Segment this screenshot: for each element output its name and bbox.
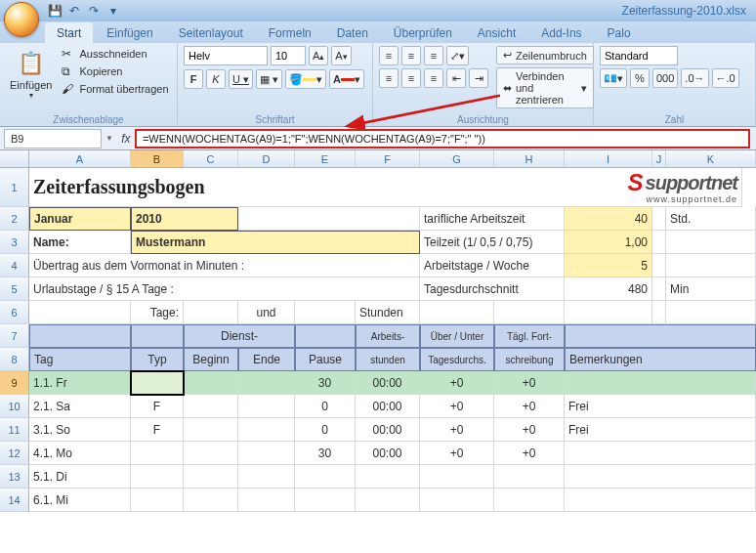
merge-center-button[interactable]: ⬌Verbinden und zentrieren ▾ — [496, 67, 594, 108]
tab-start[interactable]: Start — [45, 22, 93, 43]
cell-f11[interactable]: 00:00 — [356, 418, 420, 442]
row-header-1[interactable]: 1 — [0, 168, 29, 207]
select-all-button[interactable] — [0, 150, 29, 167]
name-value[interactable]: Mustermann — [131, 231, 420, 254]
cell-h14[interactable] — [494, 489, 565, 512]
currency-button[interactable]: 💶▾ — [600, 68, 627, 88]
decrease-font-button[interactable]: A▾ — [331, 46, 351, 65]
align-top-button[interactable]: ≡ — [379, 46, 399, 65]
cell-e12[interactable]: 30 — [295, 442, 356, 465]
col-header-i[interactable]: I — [565, 150, 652, 167]
cell-a13[interactable]: 5.1. Di — [29, 465, 131, 489]
cell-d13[interactable] — [238, 465, 295, 489]
cell-h12[interactable]: +0 — [494, 442, 565, 465]
underline-button[interactable]: U ▾ — [229, 69, 253, 89]
cell-c13[interactable] — [184, 465, 238, 489]
col-header-g[interactable]: G — [420, 150, 494, 167]
cell-g12[interactable]: +0 — [420, 442, 494, 465]
fx-icon[interactable]: fx — [117, 129, 135, 149]
cell-e11[interactable]: 0 — [295, 418, 356, 442]
row-header-11[interactable]: 11 — [0, 418, 29, 442]
col-header-b[interactable]: B — [131, 150, 184, 167]
cell-b14[interactable] — [131, 489, 184, 512]
year-cell[interactable]: 2010 — [131, 207, 238, 231]
tab-ueberpruefen[interactable]: Überprüfen — [382, 22, 464, 43]
bold-button[interactable]: F — [184, 69, 203, 89]
cell-e10[interactable]: 0 — [295, 395, 356, 418]
office-button[interactable] — [4, 2, 39, 37]
align-right-button[interactable]: ≡ — [424, 68, 443, 88]
fill-color-button[interactable]: 🪣▾ — [285, 69, 326, 89]
copy-button[interactable]: ⧉Kopieren — [60, 64, 170, 79]
tab-ansicht[interactable]: Ansicht — [466, 22, 527, 43]
cell-a12[interactable]: 4.1. Mo — [29, 442, 131, 465]
cell-c10[interactable] — [184, 395, 238, 418]
tab-daten[interactable]: Daten — [325, 22, 380, 43]
row-header-9[interactable]: 9 — [0, 371, 29, 395]
row-header-13[interactable]: 13 — [0, 465, 29, 489]
cell-g11[interactable]: +0 — [420, 418, 494, 442]
col-header-a[interactable]: A — [29, 150, 131, 167]
cell-c9[interactable] — [184, 371, 238, 395]
tab-formeln[interactable]: Formeln — [257, 22, 323, 43]
cell-b13[interactable] — [131, 465, 184, 489]
italic-button[interactable]: K — [206, 69, 226, 89]
comma-button[interactable]: 000 — [652, 68, 678, 88]
cell-c11[interactable] — [184, 418, 238, 442]
col-header-e[interactable]: E — [295, 150, 356, 167]
cell-e14[interactable] — [295, 489, 356, 512]
row-header-2[interactable]: 2 — [0, 207, 29, 231]
cell-d10[interactable] — [238, 395, 295, 418]
cell-i11[interactable]: Frei — [565, 418, 756, 442]
row-header-5[interactable]: 5 — [0, 277, 29, 301]
cell-h9[interactable]: +0 — [494, 371, 565, 395]
cell-g13[interactable] — [420, 465, 494, 489]
formula-input[interactable] — [135, 129, 750, 149]
row-header-10[interactable]: 10 — [0, 395, 29, 418]
name-box[interactable]: B9 — [4, 129, 102, 149]
row-header-14[interactable]: 14 — [0, 489, 29, 512]
cell-e9[interactable]: 30 — [295, 371, 356, 395]
cell-a10[interactable]: 2.1. Sa — [29, 395, 131, 418]
cell-i13[interactable] — [565, 465, 756, 489]
increase-font-button[interactable]: A▴ — [309, 46, 328, 65]
increase-decimal-button[interactable]: .0→ — [681, 68, 708, 88]
cell-a11[interactable]: 3.1. So — [29, 418, 131, 442]
row-header-12[interactable]: 12 — [0, 442, 29, 465]
cell-a9[interactable]: 1.1. Fr — [29, 371, 131, 395]
redo-icon[interactable]: ↷ — [86, 3, 102, 19]
cell-i10[interactable]: Frei — [565, 395, 756, 418]
font-color-button[interactable]: A▾ — [329, 69, 364, 89]
tab-addins[interactable]: Add-Ins — [529, 22, 593, 43]
cell-h10[interactable]: +0 — [494, 395, 565, 418]
orientation-button[interactable]: ⤢▾ — [446, 46, 469, 65]
cell-b10[interactable]: F — [131, 395, 184, 418]
align-center-button[interactable]: ≡ — [401, 68, 421, 88]
cell-c14[interactable] — [184, 489, 238, 512]
cell-i14[interactable] — [565, 489, 756, 512]
cell-d12[interactable] — [238, 442, 295, 465]
tab-einfuegen[interactable]: Einfügen — [95, 22, 164, 43]
row-header-4[interactable]: 4 — [0, 254, 29, 277]
cell-h13[interactable] — [494, 465, 565, 489]
save-icon[interactable]: 💾 — [47, 3, 63, 19]
row-header-7[interactable]: 7 — [0, 324, 29, 348]
col-header-h[interactable]: H — [494, 150, 565, 167]
percent-button[interactable]: % — [630, 68, 650, 88]
paste-button[interactable]: 📋 Einfügen ▾ — [6, 46, 56, 102]
row-header-6[interactable]: 6 — [0, 301, 29, 324]
tab-palo[interactable]: Palo — [596, 22, 643, 43]
align-left-button[interactable]: ≡ — [379, 68, 399, 88]
cell-f13[interactable] — [356, 465, 420, 489]
cell-d11[interactable] — [238, 418, 295, 442]
decrease-decimal-button[interactable]: ←.0 — [712, 68, 739, 88]
col-header-k[interactable]: K — [666, 150, 756, 167]
cell-d9[interactable] — [238, 371, 295, 395]
decrease-indent-button[interactable]: ⇤ — [446, 68, 466, 88]
cell-b9[interactable] — [131, 371, 184, 395]
cell-i12[interactable] — [565, 442, 756, 465]
tab-seitenlayout[interactable]: Seitenlayout — [167, 22, 255, 43]
cell-g9[interactable]: +0 — [420, 371, 494, 395]
row-header-8[interactable]: 8 — [0, 348, 29, 371]
align-bottom-button[interactable]: ≡ — [424, 46, 443, 65]
